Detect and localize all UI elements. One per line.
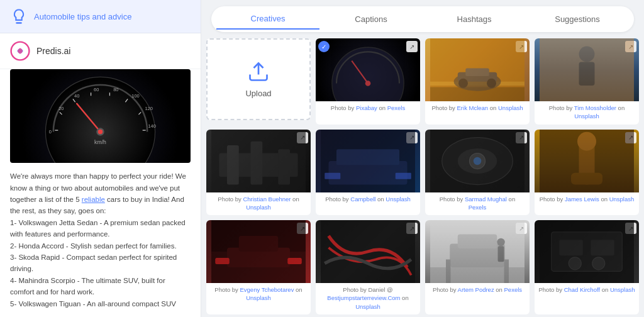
image-cell-2[interactable]: ↗ Photo by Erik Mclean on Unsplash (425, 38, 530, 125)
svg-text:20: 20 (58, 106, 64, 111)
svg-point-76 (569, 257, 581, 270)
svg-rect-41 (251, 141, 263, 184)
img-author-9[interactable]: Bestjumpstarterreview.Com (327, 294, 400, 301)
image-preview-10: ↗ (425, 220, 530, 283)
img-platform-4[interactable]: Unsplash (246, 204, 271, 211)
svg-text:140: 140 (148, 123, 155, 129)
img-author-10[interactable]: Artem Podrez (458, 286, 494, 293)
image-preview-3: ↗ (535, 38, 639, 101)
image-cell-5[interactable]: ↗ Photo by Campbell on Unsplash (316, 130, 420, 216)
image-cell-7[interactable]: ↗ Photo by James Lewis on Unsplash (535, 130, 639, 216)
image-cell-1[interactable]: ✓ ↗ Photo by Pixabay on Pexels (316, 38, 420, 125)
svg-rect-71 (498, 246, 504, 262)
img-author-2[interactable]: Erik Mclean (457, 104, 489, 111)
image-preview-7: ↗ (535, 130, 639, 192)
img-platform-10[interactable]: Pexels (504, 286, 523, 293)
img-author-1[interactable]: Pixabay (356, 104, 377, 111)
svg-rect-46 (325, 172, 340, 179)
img-platform-7[interactable]: Unsplash (609, 196, 635, 203)
img-caption-2: Photo by Erik Mclean on Unsplash (425, 101, 530, 116)
img-caption-7: Photo by James Lewis on Unsplash (535, 192, 639, 207)
svg-point-21 (98, 130, 103, 134)
svg-point-36 (579, 47, 595, 62)
svg-rect-56 (571, 172, 602, 184)
reliable-link: reliable (82, 196, 105, 203)
img-caption-4: Photo by Christian Buehner on Unsplash (206, 192, 311, 216)
top-bar: Automobile tips and advice (0, 0, 201, 33)
img-platform-2[interactable]: Unsplash (498, 104, 523, 111)
img-platform-1[interactable]: Pexels (387, 104, 406, 111)
img-author-4[interactable]: Christian Buehner (243, 196, 291, 203)
svg-rect-65 (430, 267, 525, 283)
svg-point-77 (592, 257, 605, 270)
image-preview-8: ↗ (206, 220, 311, 283)
image-cell-4[interactable]: ↗ Photo by Christian Buehner on Unsplash (206, 130, 311, 216)
svg-rect-60 (239, 236, 279, 252)
img-caption-1: Photo by Pixabay on Pexels (316, 101, 420, 116)
img-author-6[interactable]: Sarmad Mughal (465, 196, 507, 203)
svg-rect-40 (227, 145, 239, 185)
img-platform-6[interactable]: Pexels (469, 204, 487, 211)
tab-suggestions[interactable]: Suggestions (526, 9, 629, 29)
image-cell-6[interactable]: ↗ Photo by Sarmad Mughal on Pexels (425, 130, 530, 216)
svg-point-52 (474, 157, 482, 165)
svg-rect-75 (591, 240, 614, 255)
svg-rect-67 (458, 235, 497, 249)
brand-logo (10, 41, 30, 61)
svg-text:80: 80 (113, 87, 118, 92)
tab-captions[interactable]: Captions (319, 9, 423, 29)
image-preview-1: ✓ ↗ (316, 38, 420, 101)
img-caption-11: Photo by Chad Kirchoff on Unsplash (535, 283, 639, 298)
image-preview-4: ↗ (206, 130, 311, 192)
svg-rect-32 (465, 69, 489, 77)
svg-text:120: 120 (145, 106, 152, 111)
left-panel: Automobile tips and advice Predis.ai (0, 0, 201, 317)
image-cell-3[interactable]: ↗ Photo by Tim Mossholder on Unsplash (535, 38, 639, 125)
svg-point-24 (332, 47, 404, 101)
svg-point-34 (487, 79, 496, 88)
top-bar-title: Automobile tips and advice (34, 12, 131, 21)
upload-label: Upload (245, 89, 271, 98)
svg-rect-45 (336, 149, 399, 165)
img-author-8[interactable]: Evgeny Tchebotarev (240, 286, 294, 293)
image-cell-8[interactable]: ↗ Photo by Evgeny Tchebotarev on Un (206, 220, 311, 314)
img-author-7[interactable]: James Lewis (565, 196, 599, 203)
image-cell-10[interactable]: ↗ (425, 220, 530, 314)
svg-text:km/h: km/h (94, 139, 106, 145)
svg-rect-47 (396, 172, 411, 179)
svg-rect-62 (287, 258, 302, 264)
svg-rect-37 (579, 62, 595, 86)
preview-image: 0 20 40 60 80 100 120 140 km/h (10, 69, 191, 163)
image-cell-11[interactable]: ↗ Photo by Chad Kirchoff on Unsplash (535, 220, 639, 314)
tab-hashtags[interactable]: Hashtags (423, 9, 526, 29)
img-platform-8[interactable]: Unsplash (246, 294, 271, 301)
svg-text:40: 40 (74, 93, 79, 99)
svg-point-26 (365, 81, 371, 86)
image-preview-5: ↗ (316, 130, 420, 192)
tab-creatives[interactable]: Creatives (216, 9, 319, 30)
svg-rect-74 (559, 240, 583, 255)
img-author-5[interactable]: Campbell (350, 196, 375, 203)
svg-text:0: 0 (49, 129, 52, 135)
image-cell-9[interactable]: ↗ Photo by Daniel @ Bestjumpstarterrevie… (316, 220, 420, 314)
image-preview-11: ↗ (535, 220, 639, 283)
img-platform-9[interactable]: Unsplash (355, 303, 380, 310)
svg-rect-42 (278, 149, 290, 184)
image-grid: Upload ✓ ↗ Photo by Pixabay on Pexel (206, 38, 639, 314)
tabs-bar: Creatives Captions Hashtags Suggestions (211, 6, 634, 32)
img-platform-5[interactable]: Unsplash (386, 196, 411, 203)
svg-text:100: 100 (131, 93, 139, 99)
speedometer-svg: 0 20 40 60 80 100 120 140 km/h (10, 69, 191, 163)
svg-rect-68 (446, 260, 451, 284)
img-caption-6: Photo by Sarmad Mughal on Pexels (425, 192, 530, 216)
bulb-icon (10, 8, 28, 25)
image-grid-area: Upload ✓ ↗ Photo by Pixabay on Pexel (201, 38, 644, 317)
image-preview-6: ↗ (425, 130, 530, 192)
img-author-3[interactable]: Tim Mossholder (574, 104, 616, 111)
upload-cell[interactable]: Upload (206, 38, 311, 120)
img-author-11[interactable]: Chad Kirchoff (564, 286, 600, 293)
image-preview-2: ↗ (425, 38, 530, 101)
img-platform-11[interactable]: Unsplash (610, 286, 635, 293)
img-caption-3: Photo by Tim Mossholder on Unsplash (535, 101, 639, 125)
img-platform-3[interactable]: Unsplash (574, 113, 599, 120)
